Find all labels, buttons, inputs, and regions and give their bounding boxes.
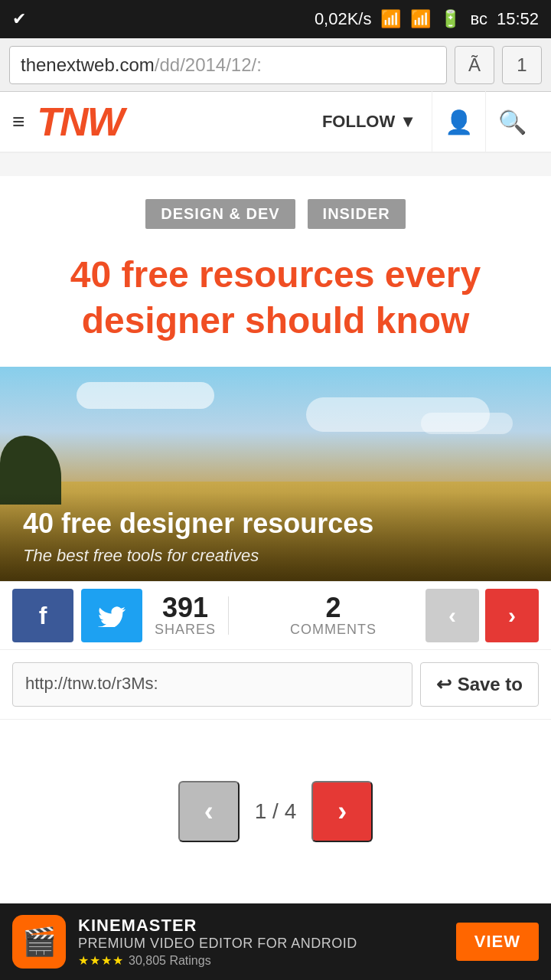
search-icon-button[interactable]: 🔍 xyxy=(485,91,539,152)
user-icon: 👤 xyxy=(445,109,473,136)
follow-label: FOLLOW xyxy=(322,112,395,132)
ad-stars: ★★★★ xyxy=(78,953,124,968)
twitter-share-button[interactable] xyxy=(81,589,142,642)
sub-header-bar xyxy=(0,153,551,176)
ad-app-subtitle: PREMIUM VIDEO EDITOR FOR ANDROID xyxy=(78,936,444,952)
article-title-section: 40 free resources every designer should … xyxy=(0,244,551,367)
article-link-input[interactable]: http://tnw.to/r3Ms: xyxy=(12,662,412,707)
tnw-logo: TNW xyxy=(37,99,322,145)
hero-overlay: 40 free designer resources The best free… xyxy=(0,492,551,581)
cloud-3 xyxy=(421,413,513,434)
share-next-button[interactable]: › xyxy=(485,589,539,642)
page-current: 1 xyxy=(255,799,267,823)
font-icon: Ã xyxy=(468,54,481,76)
page-info: 1 / 4 xyxy=(255,799,297,824)
status-right: 0,02K/s 📶 📶 🔋 вс 15:52 xyxy=(315,9,539,29)
time-display: 15:52 xyxy=(497,9,539,29)
twitter-icon xyxy=(98,604,126,627)
ad-banner: 🎬 KINEMASTER PREMIUM VIDEO EDITOR FOR AN… xyxy=(0,903,551,980)
follow-arrow-icon: ▼ xyxy=(399,112,416,132)
comments-count: 2 COMMENTS xyxy=(241,594,425,638)
article-headline: 40 free resources every designer should … xyxy=(23,252,528,344)
tag-design-dev[interactable]: DESIGN & DEV xyxy=(145,199,295,229)
ad-app-title: KINEMASTER xyxy=(78,916,444,936)
pagination-bar: ‹ 1 / 4 › xyxy=(0,766,551,858)
search-icon: 🔍 xyxy=(498,109,527,136)
tab-button[interactable]: 1 xyxy=(502,46,542,84)
comments-number: 2 xyxy=(326,594,341,622)
site-header: ≡ TNW FOLLOW ▼ 👤 🔍 xyxy=(0,92,551,153)
shares-label: SHARES xyxy=(155,622,216,638)
page-prev-button[interactable]: ‹ xyxy=(178,781,240,842)
shares-count: 391 SHARES xyxy=(155,594,216,638)
ad-ratings: 30,805 Ratings xyxy=(129,954,211,968)
facebook-share-button[interactable]: f xyxy=(12,589,73,642)
hero-title-text: 40 free designer resources xyxy=(23,508,528,540)
ad-text: KINEMASTER PREMIUM VIDEO EDITOR FOR ANDR… xyxy=(78,916,444,968)
tag-insider[interactable]: INSIDER xyxy=(308,199,406,229)
save-to-label: Save to xyxy=(458,674,523,695)
network-speed: 0,02K/s xyxy=(315,9,372,29)
ad-icon-emoji: 🎬 xyxy=(22,926,57,958)
battery-icon: 🔋 xyxy=(440,9,461,29)
font-size-button[interactable]: Ã xyxy=(455,46,494,84)
share-divider xyxy=(228,596,229,635)
follow-button[interactable]: FOLLOW ▼ xyxy=(322,112,416,132)
status-bar: ✔ 0,02K/s 📶 📶 🔋 вс 15:52 xyxy=(0,0,551,38)
ad-app-icon: 🎬 xyxy=(12,915,66,969)
page-total: 4 xyxy=(285,799,297,823)
page-separator: / xyxy=(272,799,285,823)
check-icon: ✔ xyxy=(12,9,26,29)
facebook-icon: f xyxy=(39,602,47,630)
save-to-button[interactable]: ↩ Save to xyxy=(420,662,539,707)
page-next-button[interactable]: › xyxy=(311,781,373,842)
bc-label: вс xyxy=(470,9,487,29)
hero-subtitle-text: The best free tools for creatives xyxy=(23,546,528,566)
link-save-bar: http://tnw.to/r3Ms: ↩ Save to xyxy=(0,650,551,720)
wifi-icon: 📶 xyxy=(380,9,401,29)
hamburger-button[interactable]: ≡ xyxy=(12,109,24,134)
signal-icon: 📶 xyxy=(410,9,431,29)
browser-bar: thenextweb.com /dd/2014/12/: Ã 1 xyxy=(0,38,551,92)
url-box[interactable]: thenextweb.com /dd/2014/12/: xyxy=(9,46,447,84)
share-bar: f 391 SHARES 2 COMMENTS ‹ › xyxy=(0,581,551,650)
status-left: ✔ xyxy=(12,9,26,29)
ad-view-button[interactable]: VIEW xyxy=(456,923,539,961)
save-icon: ↩ xyxy=(436,674,452,695)
user-icon-button[interactable]: 👤 xyxy=(432,91,485,152)
hero-image: 40 free designer resources The best free… xyxy=(0,367,551,581)
url-path: /dd/2014/12/: xyxy=(155,54,262,76)
cloud-1 xyxy=(77,382,214,409)
article-tags: DESIGN & DEV INSIDER xyxy=(0,176,551,244)
url-text: thenextweb.com xyxy=(21,54,155,76)
comments-label: COMMENTS xyxy=(290,622,377,638)
share-prev-button[interactable]: ‹ xyxy=(425,589,479,642)
tab-count: 1 xyxy=(517,54,527,76)
content-spacer xyxy=(0,720,551,766)
shares-number: 391 xyxy=(162,594,208,622)
